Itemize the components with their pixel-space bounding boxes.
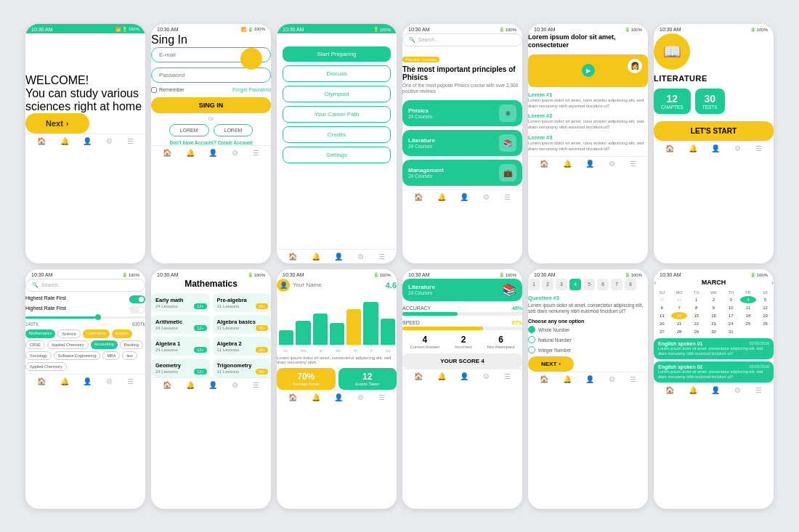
price-slider[interactable]	[25, 316, 145, 319]
course-card-physics[interactable]: Phisics 24 Courses ⚛	[402, 100, 522, 126]
tag-commerce[interactable]: Commerce	[83, 330, 110, 338]
cal-d-27[interactable]: 27	[654, 328, 670, 335]
tag-applied-chem[interactable]: Applied Chemistry	[47, 340, 89, 349]
cal-prev-31[interactable]: 31	[671, 296, 688, 303]
nav-5-bell[interactable]: 🔔	[563, 160, 572, 168]
nav-5-gear[interactable]: ⚙	[609, 160, 615, 168]
math-card-geometry[interactable]: Geometry 24 Lessons 12+	[151, 359, 210, 377]
nav-11-gear[interactable]: ⚙	[609, 375, 615, 383]
nav-12-home[interactable]: 🏠	[665, 386, 674, 394]
tag-mba[interactable]: MBA	[102, 351, 120, 360]
nav-7-menu[interactable]: ☰	[127, 377, 134, 385]
nav-12-bell[interactable]: 🔔	[689, 386, 697, 394]
nav-10-gear[interactable]: ⚙	[483, 372, 490, 380]
tag-accounting[interactable]: Accounting	[91, 340, 118, 349]
tag-sociology[interactable]: Sociology	[25, 351, 52, 360]
nav-5-user[interactable]: 👤	[585, 160, 594, 168]
num-1[interactable]: 1	[528, 279, 540, 290]
next-button[interactable]: Next ›	[25, 113, 89, 134]
num-4[interactable]: 4	[569, 279, 581, 290]
radio-1[interactable]	[528, 326, 535, 333]
nav-3-home[interactable]: 🏠	[288, 253, 297, 261]
tag-english[interactable]: English	[112, 330, 132, 338]
cal-d-12[interactable]: 12	[757, 304, 774, 311]
tag-applied-chem-2[interactable]: Applied Chemistry	[25, 362, 67, 371]
cal-d-23[interactable]: 23	[705, 320, 722, 327]
cal-prev-arrow[interactable]: ‹	[654, 279, 656, 287]
tag-law[interactable]: law	[122, 351, 137, 360]
cal-d-10[interactable]: 10	[723, 304, 739, 311]
menu-item-0[interactable]: Start Preparing	[283, 46, 391, 62]
nav-2-menu[interactable]: ☰	[253, 149, 259, 157]
nav-3-menu[interactable]: ☰	[378, 253, 385, 261]
cal-d-22[interactable]: 22	[688, 320, 705, 327]
nav-3-gear[interactable]: ⚙	[357, 253, 364, 261]
nav-10-menu[interactable]: ☰	[504, 372, 511, 380]
tag-cbse[interactable]: CBSE	[25, 340, 45, 349]
cal-d-18[interactable]: 18	[740, 312, 757, 319]
nav-9-home[interactable]: 🏠	[288, 393, 297, 401]
menu-item-5[interactable]: Settings	[283, 147, 391, 163]
cal-d-8[interactable]: 8	[688, 304, 705, 311]
nav-9-bell[interactable]: 🔔	[312, 393, 320, 401]
nav-11-user[interactable]: 👤	[585, 375, 594, 383]
menu-item-1[interactable]: Discuss	[283, 65, 391, 82]
num-3[interactable]: 3	[556, 279, 567, 290]
menu-item-2[interactable]: Olympiad	[283, 86, 391, 102]
math-card-arithmetic[interactable]: Arithmetic 24 Lessons 12+	[151, 315, 210, 334]
cal-prev-30[interactable]: 30	[654, 296, 670, 303]
nav-9-gear[interactable]: ⚙	[357, 393, 364, 401]
nav-9-menu[interactable]: ☰	[378, 393, 385, 401]
nav-10-home[interactable]: 🏠	[414, 372, 423, 380]
cal-d-13[interactable]: 13	[654, 312, 670, 319]
num-8[interactable]: 8	[625, 279, 636, 290]
course-card-lit[interactable]: Literature 24 Courses 📚	[402, 130, 522, 156]
nav-4-gear[interactable]: ⚙	[483, 193, 490, 201]
nav-7-user[interactable]: 👤	[83, 377, 92, 385]
rate-1-toggle[interactable]	[129, 295, 145, 303]
cal-d-19[interactable]: 19	[757, 312, 774, 319]
cal-d-7[interactable]: 7	[671, 304, 688, 311]
cal-d-29[interactable]: 29	[688, 328, 705, 335]
cal-d-3[interactable]: 3	[723, 296, 739, 303]
cal-d-4[interactable]: 4	[740, 296, 757, 303]
lit-prog-card[interactable]: Literature 24 Courses 📚	[402, 279, 522, 301]
nav-2-bell[interactable]: 🔔	[186, 149, 195, 157]
nav-8-home[interactable]: 🏠	[163, 381, 171, 389]
nav-6-home[interactable]: 🏠	[665, 144, 674, 152]
nav-8-menu[interactable]: ☰	[253, 381, 259, 389]
filter-search[interactable]: 🔍 Search...	[25, 279, 145, 292]
nav-5-home[interactable]: 🏠	[540, 160, 548, 168]
slider-thumb[interactable]	[95, 314, 101, 320]
nav-11-home[interactable]: 🏠	[540, 375, 548, 383]
nav-6-user[interactable]: 👤	[711, 144, 720, 152]
nav-8-gear[interactable]: ⚙	[232, 381, 238, 389]
cal-d-25[interactable]: 25	[740, 320, 757, 327]
signin-button[interactable]: SING IN	[151, 97, 271, 113]
quiz-next-button[interactable]: NEXT ›	[528, 356, 574, 372]
radio-2[interactable]	[528, 336, 535, 343]
forget-password-link[interactable]: Forget Password	[232, 87, 271, 92]
cal-d-31[interactable]: 31	[723, 328, 739, 335]
math-card-early[interactable]: Early math 24 Lessons 12+	[151, 293, 210, 312]
event-2[interactable]: English spoken 02 02/05/2018 Lorem ipsum…	[654, 361, 774, 382]
social-btn-2[interactable]: LOREM	[214, 124, 254, 136]
cal-d-9[interactable]: 9	[705, 304, 722, 311]
nav-6-menu[interactable]: ☰	[755, 144, 762, 152]
nav-4-menu[interactable]: ☰	[504, 193, 511, 201]
tag-se[interactable]: Software Engineering	[54, 351, 101, 360]
nav-6-bell[interactable]: 🔔	[689, 144, 697, 152]
tag-science[interactable]: Science	[57, 330, 81, 338]
cal-d-5[interactable]: 5	[757, 296, 774, 303]
option-2[interactable]: Natural Number	[528, 336, 648, 343]
cal-d-30[interactable]: 30	[705, 328, 722, 335]
nav-4-bell[interactable]: 🔔	[437, 193, 446, 201]
video-thumbnail[interactable]: 👩 ▶	[528, 54, 648, 87]
nav-home-icon[interactable]: 🏠	[37, 137, 46, 145]
nav-5-menu[interactable]: ☰	[630, 160, 636, 168]
nav-2-gear[interactable]: ⚙	[232, 149, 238, 157]
nav-10-bell[interactable]: 🔔	[437, 372, 446, 380]
tag-banking[interactable]: Banking	[120, 340, 143, 349]
nav-2-user[interactable]: 👤	[208, 149, 217, 157]
nav-7-gear[interactable]: ⚙	[106, 377, 113, 385]
